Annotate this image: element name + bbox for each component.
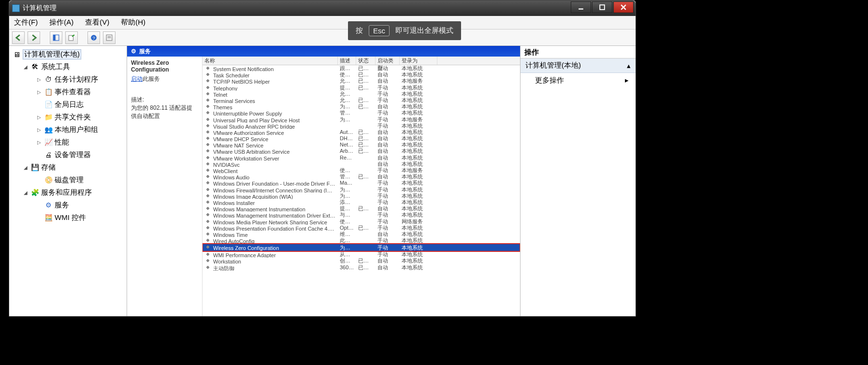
log-icon: 📄	[44, 100, 53, 109]
menubar: 文件(F) 操作(A) 查看(V) 帮助(H)	[9, 16, 636, 29]
tree-item-performance[interactable]: ▷📈性能	[9, 136, 127, 148]
service-row[interactable]: Telnet允…手动本地系统	[203, 91, 520, 97]
service-row[interactable]: Windows Audio管…已启动自动本地系统	[203, 174, 520, 180]
tree-item-event-viewer[interactable]: ▷📋事件查看器	[9, 86, 127, 98]
forward-button[interactable]	[28, 31, 40, 44]
services-detail-pane: Wireless Zero Configuration 启动此服务 描述: 为您…	[127, 57, 203, 316]
tree-item-services[interactable]: ⚙服务	[9, 199, 127, 211]
actions-title: 操作	[521, 46, 636, 58]
export-button[interactable]	[65, 31, 78, 44]
back-button[interactable]	[12, 31, 25, 44]
service-row[interactable]: VMware Authorization ServiceAut…已启动自动本地系…	[203, 129, 520, 135]
service-row[interactable]: VMware USB Arbitration ServiceArb…已启动自动本…	[203, 148, 520, 154]
collapse-icon[interactable]: ◢	[23, 165, 29, 170]
collapse-icon[interactable]: ◢	[23, 190, 29, 195]
tree-item-global-log[interactable]: 📄全局日志	[9, 98, 127, 111]
start-service-link[interactable]: 启动	[131, 75, 143, 82]
tree-group-services-apps[interactable]: ◢ 🧩 服务和应用程序	[9, 186, 127, 199]
tree-item-task-scheduler[interactable]: ▷⏱任务计划程序	[9, 73, 127, 86]
description-text: 为您的 802.11 适配器提供自动配置	[131, 104, 198, 120]
service-row[interactable]: Windows Image Acquisition (WIA)为…手动本地系统	[203, 193, 520, 199]
col-startup[interactable]: 启动类型	[376, 57, 400, 65]
service-row[interactable]: Uninterruptible Power Supply管…手动本地系统	[203, 110, 520, 116]
gear-icon	[204, 193, 211, 199]
service-row[interactable]: Windows Management Instrumentation Drive…	[203, 212, 520, 218]
gear-icon	[204, 251, 211, 257]
gear-icon	[204, 199, 211, 205]
service-row[interactable]: Windows Time维…自动本地系统	[203, 231, 520, 237]
gear-icon	[204, 258, 211, 263]
toolbar: ?	[9, 29, 636, 46]
col-status[interactable]: 状态	[356, 57, 376, 65]
menu-help[interactable]: 帮助(H)	[121, 18, 145, 27]
menu-action[interactable]: 操作(A)	[49, 18, 73, 27]
list-header[interactable]: 名称 描述 状态 启动类型 登录为	[203, 57, 520, 65]
service-row[interactable]: VMware Workstation ServerRem…自动本地系统	[203, 155, 520, 161]
help-button[interactable]: ?	[87, 31, 100, 44]
services-list[interactable]: 名称 描述 状态 启动类型 登录为 System Event Notificat…	[203, 57, 520, 316]
service-row[interactable]: Workstation创…已启动自动本地系统	[203, 258, 520, 264]
close-button[interactable]	[613, 1, 634, 13]
service-row[interactable]: WMI Performance Adapter从…手动本地系统	[203, 251, 520, 258]
users-icon: 👥	[44, 125, 53, 134]
service-row[interactable]: Wireless Zero Configuration为…手动本地系统	[203, 244, 520, 251]
gear-icon	[204, 225, 211, 231]
properties-button[interactable]	[103, 31, 116, 44]
service-row[interactable]: Themes为…已启动自动本地系统	[203, 103, 520, 110]
service-row[interactable]: VMware NAT ServiceNet…已启动自动本地系统	[203, 142, 520, 148]
expand-icon[interactable]: ▷	[36, 77, 42, 82]
service-row[interactable]: Windows Management Instrumentation提…已启动自…	[203, 205, 520, 212]
tree-root[interactable]: 🖥 计算机管理(本地)	[9, 48, 127, 60]
services-panel: ⚙ 服务 Wireless Zero Configuration 启动此服务 描…	[127, 46, 521, 316]
service-row[interactable]: WebClient使…手动本地服务	[203, 167, 520, 174]
service-row[interactable]: Windows Media Player Network Sharing Ser…	[203, 219, 520, 225]
navigation-tree[interactable]: 🖥 计算机管理(本地) ◢ 🛠 系统工具 ▷⏱任务计划程序 ▷📋事件查看器 📄全…	[9, 46, 127, 316]
gear-icon	[204, 244, 211, 250]
tree-item-device-manager[interactable]: 🖨设备管理器	[9, 148, 127, 161]
col-logon[interactable]: 登录为	[400, 57, 437, 65]
expand-icon[interactable]: ▷	[36, 89, 42, 95]
col-desc[interactable]: 描述	[338, 57, 356, 65]
event-icon: 📋	[44, 88, 53, 96]
svg-rect-1	[600, 5, 605, 10]
service-row[interactable]: System Event Notification跟…已启动自动本地系统	[203, 65, 520, 72]
tools-icon: 🛠	[30, 62, 39, 71]
service-row[interactable]: Wired AutoConfig此…手动本地系统	[203, 237, 520, 244]
clock-icon: ⏱	[44, 75, 53, 84]
menu-view[interactable]: 查看(V)	[85, 18, 109, 27]
minimize-button[interactable]	[571, 1, 591, 13]
svg-text:?: ?	[92, 35, 95, 40]
expand-icon[interactable]: ▷	[36, 140, 42, 145]
tree-item-wmi-control[interactable]: 🧮WMI 控件	[9, 211, 127, 224]
collapse-icon[interactable]: ◢	[23, 64, 29, 70]
service-row[interactable]: Task Scheduler使…已启动自动本地系统	[203, 72, 520, 78]
tree-item-local-users[interactable]: ▷👥本地用户和组	[9, 123, 127, 136]
menu-file[interactable]: 文件(F)	[14, 18, 38, 27]
service-row[interactable]: TCP/IP NetBIOS Helper允…已启动自动本地服务	[203, 78, 520, 84]
service-row[interactable]: VMware DHCP ServiceDHC…已启动自动本地系统	[203, 135, 520, 142]
expand-icon[interactable]: ▷	[36, 115, 42, 120]
service-row[interactable]: Windows Presentation Foundation Font Cac…	[203, 225, 520, 231]
service-row[interactable]: Telephony提…已启动手动本地系统	[203, 85, 520, 91]
tree-item-shared-folders[interactable]: ▷📁共享文件夹	[9, 111, 127, 123]
tree-group-storage[interactable]: ◢ 💾 存储	[9, 161, 127, 174]
computer-management-window: 计算机管理 文件(F) 操作(A) 查看(V) 帮助(H) ? 🖥 计算机管理(…	[9, 0, 636, 317]
maximize-button[interactable]	[592, 1, 612, 13]
show-hide-tree-button[interactable]	[50, 31, 62, 44]
service-row[interactable]: Universal Plug and Play Device Host为…手动本…	[203, 117, 520, 123]
titlebar[interactable]: 计算机管理	[9, 0, 636, 16]
service-row[interactable]: 主动防御360…已启动自动本地系统	[203, 264, 520, 271]
actions-context[interactable]: 计算机管理(本地) ▴	[521, 58, 636, 73]
tree-group-system-tools[interactable]: ◢ 🛠 系统工具	[9, 60, 127, 73]
service-row[interactable]: NVIDIASvc自动本地系统	[203, 161, 520, 167]
expand-icon[interactable]: ▷	[36, 127, 42, 132]
service-row[interactable]: Windows Driver Foundation - User-mode Dr…	[203, 180, 520, 186]
service-row[interactable]: Visual Studio Analyzer RPC bridge手动本地系统	[203, 123, 520, 129]
more-actions-item[interactable]: 更多操作 ▸	[521, 73, 636, 88]
col-name[interactable]: 名称	[203, 57, 338, 65]
service-row[interactable]: Terminal Services允…已启动手动本地系统	[203, 97, 520, 103]
gear-icon	[204, 135, 211, 141]
tree-item-disk-management[interactable]: 📀磁盘管理	[9, 174, 127, 186]
service-row[interactable]: Windows Installer添…手动本地系统	[203, 199, 520, 205]
service-row[interactable]: Windows Firewall/Internet Connection Sha…	[203, 187, 520, 193]
